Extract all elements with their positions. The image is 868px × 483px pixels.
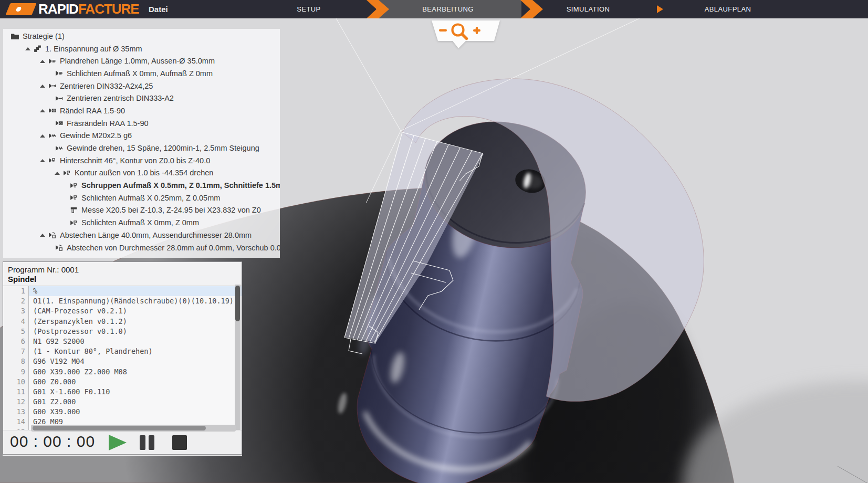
knurl-icon (48, 106, 57, 115)
tree-item[interactable]: Zentrieren zentrisch DIN333-A2 (3, 92, 280, 104)
line-number: 10 (3, 377, 29, 387)
line-text: (Postprozessor v0.1.0) (29, 327, 242, 337)
stop-button[interactable] (171, 434, 188, 451)
tree-item-label: Schruppen Aufmaß X 0.5mm, Z 0.1mm, Schni… (81, 181, 280, 190)
contour-icon (69, 218, 78, 227)
playback-bar: 00 : 00 : 00 (3, 430, 242, 454)
thread-icon (55, 144, 64, 153)
collapse-arrow-icon[interactable] (55, 171, 60, 175)
play-button[interactable] (108, 434, 127, 451)
line-text: (1 - Kontur 80°, Plandrehen) (29, 346, 242, 356)
gcode-editor: 1 % 2 O1(1. Einspannung)(Rändelschraube)… (3, 286, 242, 433)
arrow-right-icon (657, 5, 663, 13)
tree-item-label: Fräsrändeln RAA 1.5-90 (67, 119, 149, 128)
gcode-line[interactable]: 1 % (3, 286, 242, 296)
line-number: 5 (3, 327, 29, 337)
menu-file[interactable]: Datei (149, 0, 168, 18)
gcode-line[interactable]: 6 N1 G92 S2000 (3, 337, 242, 346)
tree-item[interactable]: Zentrieren DIN332-A2x4,25 (3, 80, 280, 92)
tree-item[interactable]: Hinterschnitt 46°, Kontur von Z0.0 bis Z… (3, 154, 280, 167)
tree-item-label: Abstechen Länge 40.0mm, Aussendurchmesse… (60, 231, 252, 239)
tree-item[interactable]: Gewinde drehen, 15 Späne, 1200min-1, 2.5… (3, 142, 280, 154)
tree-item-label: Plandrehen Länge 1.0mm, Aussen-Ø 35.0mm (60, 57, 215, 65)
horizontal-scrollbar[interactable] (31, 425, 236, 432)
top-bar: RAPIDFACTURE Datei SETUP BEARBEITUNG SIM… (0, 0, 868, 18)
caliper-icon (69, 206, 78, 215)
collapse-arrow-icon[interactable] (40, 84, 45, 88)
gcode-line[interactable]: 10 G00 Z0.000 (3, 377, 242, 387)
program-number: Programm Nr.: 0001 (8, 265, 242, 274)
tree-item[interactable]: Abstechen Länge 40.0mm, Aussendurchmesse… (3, 229, 280, 242)
vertical-scrollbar[interactable] (235, 285, 240, 430)
tree-item[interactable]: Messe X20.5 bei Z-10.3, Z-24.95 bei X23.… (3, 204, 280, 217)
contour-icon (62, 169, 71, 177)
tree-item-label: Strategie (1) (23, 32, 65, 40)
chevron-right-icon (520, 0, 543, 18)
tree-item[interactable]: Strategie (1) (3, 30, 280, 43)
elapsed-time: 00 : 00 : 00 (10, 433, 95, 450)
zoom-widget-panel (432, 20, 500, 48)
line-text: G96 V192 M04 (29, 356, 242, 366)
tree-item[interactable]: Schlichten Aufmaß X 0mm, Z 0mm (3, 216, 280, 229)
line-number: 8 (3, 356, 29, 366)
thread-icon (48, 131, 57, 140)
line-text: G00 Z0.000 (29, 377, 242, 387)
horizontal-scrollbar-thumb[interactable] (33, 426, 206, 430)
knurl-icon (55, 119, 64, 128)
collapse-arrow-icon[interactable] (40, 59, 45, 63)
line-text: O1(1. Einspannung)(Rändelschraube)(0)(10… (29, 296, 242, 306)
tree-item[interactable]: Abstechen von Durchmesser 28.0mm auf 0.0… (3, 242, 280, 254)
gcode-line[interactable]: 11 G01 X-1.600 F0.110 (3, 387, 242, 397)
tree-item[interactable]: Gewinde M20x2.5 g6 (3, 130, 280, 142)
app-window: RAPIDFACTURE Datei SETUP BEARBEITUNG SIM… (0, 0, 868, 483)
collapse-arrow-icon[interactable] (40, 233, 45, 237)
gcode-line[interactable]: 5 (Postprozessor v0.1.0) (3, 327, 242, 337)
line-text: N1 G92 S2000 (29, 337, 242, 346)
zoom-out-button[interactable] (439, 29, 447, 32)
line-number: 3 (3, 306, 29, 316)
collapse-arrow-icon[interactable] (25, 47, 30, 50)
gcode-line[interactable]: 8 G96 V192 M04 (3, 356, 242, 366)
tree-item[interactable]: Schlichten Aufmaß X 0mm, Aufmaß Z 0mm (3, 67, 280, 80)
cutoff-icon (55, 243, 64, 252)
program-panel: Programm Nr.: 0001 Spindel 1 % 2 O1(1. E… (3, 261, 242, 455)
gcode-line[interactable]: 3 (CAM-Prozessor v0.2.1) (3, 306, 242, 316)
gcode-line[interactable]: 2 O1(1. Einspannung)(Rändelschraube)(0)(… (3, 296, 242, 306)
collapse-arrow-icon[interactable] (40, 109, 45, 112)
tree-item[interactable]: Schlichten Aufmaß X 0.25mm, Z 0.05mm (3, 192, 280, 204)
tree-item[interactable]: Kontur außen von 1.0 bis -44.354 drehen (3, 167, 280, 180)
collapse-arrow-icon[interactable] (40, 159, 45, 162)
stop-icon (172, 435, 187, 450)
center-drill-icon (48, 81, 57, 90)
workflow-step-setup[interactable]: SETUP (272, 0, 346, 18)
tree-item[interactable]: 1. Einspannung auf Ø 35mm (3, 43, 280, 55)
tree-item-label: Kontur außen von 1.0 bis -44.354 drehen (75, 169, 213, 177)
gcode-line[interactable]: 13 G00 X39.000 (3, 407, 242, 417)
gcode-line[interactable]: 7 (1 - Kontur 80°, Plandrehen) (3, 346, 242, 356)
line-number: 12 (3, 397, 29, 407)
brand-text: RAPIDFACTURE (38, 0, 139, 18)
collapse-arrow-icon[interactable] (40, 134, 45, 138)
contour-icon (69, 193, 78, 202)
line-number: 2 (3, 296, 29, 306)
brand-primary: RAPID (38, 1, 78, 17)
gcode-line[interactable]: 4 (Zerspanzyklen v0.1.2) (3, 317, 242, 327)
line-number: 6 (3, 337, 29, 346)
chuck-icon (33, 44, 42, 53)
vertical-scrollbar-thumb[interactable] (235, 286, 240, 321)
tree-item[interactable]: Schruppen Aufmaß X 0.5mm, Z 0.1mm, Schni… (3, 179, 280, 192)
tree-item-label: 1. Einspannung auf Ø 35mm (45, 45, 142, 53)
line-text: G01 Z2.000 (29, 397, 242, 407)
workflow-step-ablaufplan[interactable]: ABLAUFPLAN (691, 0, 765, 18)
pause-button[interactable] (139, 434, 155, 451)
workflow-step-bearbeitung[interactable]: BEARBEITUNG (411, 0, 485, 18)
tree-item[interactable]: Fräsrändeln RAA 1.5-90 (3, 117, 280, 130)
tree-item-label: Abstechen von Durchmesser 28.0mm auf 0.0… (67, 244, 280, 252)
tree-item[interactable]: Rändel RAA 1.5-90 (3, 104, 280, 117)
workflow-step-simulation[interactable]: SIMULATION (551, 0, 625, 18)
app-logo: RAPIDFACTURE (8, 0, 139, 18)
gcode-line[interactable]: 12 G01 Z2.000 (3, 397, 242, 407)
tree-item-label: Gewinde M20x2.5 g6 (60, 131, 132, 140)
gcode-line[interactable]: 9 G00 X39.000 Z2.000 M08 (3, 367, 242, 377)
tree-item[interactable]: Plandrehen Länge 1.0mm, Aussen-Ø 35.0mm (3, 55, 280, 67)
